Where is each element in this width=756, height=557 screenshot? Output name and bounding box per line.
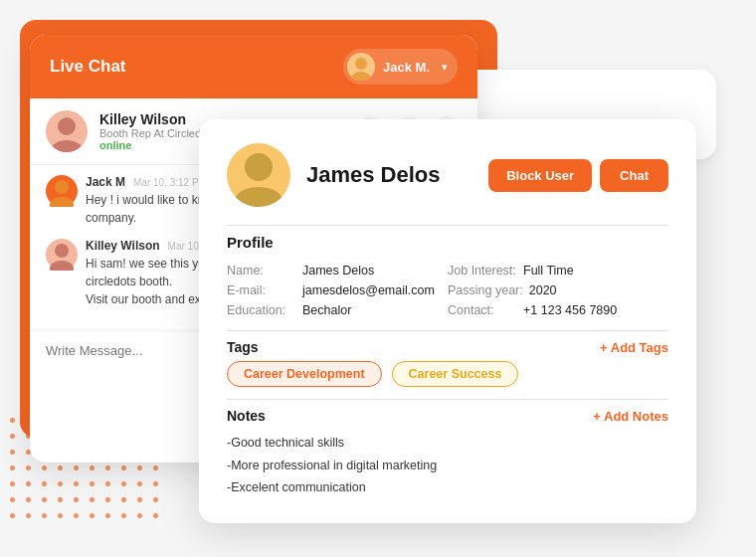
profile-fields-right: Job Interest: Full Time Passing year: 20… [448,261,668,320]
svg-point-2 [58,117,76,135]
passing-year-field: Passing year: 2020 [448,280,668,300]
profile-fields-left: Name: James Delos E-mail: jamesdelos@ema… [227,261,448,320]
chat-button[interactable]: Chat [600,159,668,192]
email-label: E-mail: [227,283,296,297]
add-notes-link[interactable]: + Add Notes [593,409,668,424]
user-avatar-icon [347,53,375,81]
block-user-button[interactable]: Block User [488,159,592,192]
contact-label: Contact: [448,303,517,317]
tag-career-success[interactable]: Career Success [392,361,519,387]
svg-point-9 [50,197,74,207]
tags-row: Tags + Add Tags [227,339,668,355]
svg-point-0 [355,58,367,70]
add-tags-link[interactable]: + Add Tags [600,340,668,355]
passing-year-value: 2020 [529,283,557,297]
divider [227,330,668,331]
job-interest-field: Job Interest: Full Time [448,261,668,280]
svg-point-13 [235,187,283,207]
killey-avatar-icon [46,239,78,271]
contact-avatar [46,110,88,152]
contact-avatar-icon [46,110,88,152]
profile-avatar [227,143,290,207]
name-label: Name: [227,264,296,278]
notes-text: -Good technical skills -More professiona… [227,432,668,499]
profile-grid: Name: James Delos E-mail: jamesdelos@ema… [227,261,668,320]
svg-point-3 [51,140,83,152]
profile-header: James Delos Block User Chat [227,143,668,207]
svg-point-11 [50,261,74,271]
msg-sender: Killey Wilson [86,239,160,253]
msg-avatar-jack [46,175,78,207]
education-label: Education: [227,303,296,317]
user-badge[interactable]: Jack M. ▾ [343,49,458,85]
notes-section-title: Notes [227,408,266,424]
job-interest-value: Full Time [523,264,574,278]
chevron-down-icon: ▾ [442,61,448,74]
email-value: jamesdelos@email.com [302,283,435,297]
svg-point-1 [351,72,371,81]
jack-avatar-icon [46,175,78,207]
tag-career-development[interactable]: Career Development [227,361,382,387]
contact-value: +1 123 456 7890 [523,303,617,317]
user-name: Jack M. [383,60,430,75]
avatar [347,53,375,81]
tags-section-title: Tags [227,339,259,355]
msg-avatar-killey [46,239,78,271]
education-field: Education: Bechalor [227,300,448,320]
education-value: Bechalor [302,303,351,317]
name-value: James Delos [302,264,374,278]
msg-time: Mar 10, 3:12 PM [133,177,207,188]
svg-point-8 [55,180,69,194]
name-field: Name: James Delos [227,261,448,280]
svg-point-10 [55,244,69,258]
divider [227,399,668,400]
live-chat-title: Live Chat [50,57,126,77]
tag-chips: Career Development Career Success [227,361,668,387]
live-chat-header: Live Chat Jack M. ▾ [30,35,477,98]
passing-year-label: Passing year: [448,283,523,297]
svg-point-12 [245,153,273,181]
email-field: E-mail: jamesdelos@email.com [227,280,448,300]
profile-avatar-icon [227,143,290,207]
job-interest-label: Job Interest: [448,264,517,278]
profile-card: James Delos Block User Chat Profile Name… [199,119,696,523]
profile-section-title: Profile [227,234,668,251]
contact-field: Contact: +1 123 456 7890 [448,300,668,320]
msg-sender: Jack M [86,175,125,189]
notes-row: Notes + Add Notes [227,408,668,424]
profile-name: James Delos [306,162,488,188]
divider [227,225,668,226]
